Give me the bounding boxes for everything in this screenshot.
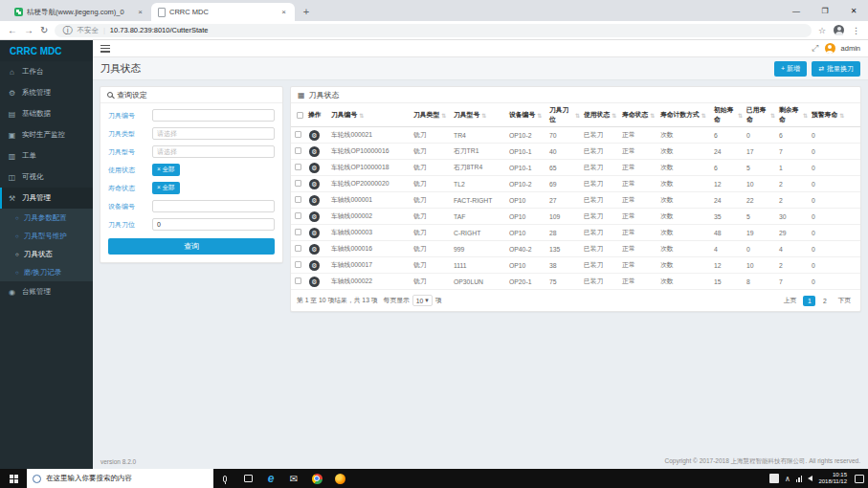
row-actions-gear-button[interactable]: ⚙: [309, 260, 320, 271]
row-checkbox[interactable]: [295, 229, 301, 235]
fullscreen-icon[interactable]: ⤢: [812, 43, 818, 54]
row-checkbox[interactable]: [295, 277, 301, 284]
query-submit-button[interactable]: 查询: [108, 238, 275, 255]
row-checkbox[interactable]: [295, 212, 301, 219]
chrome-icon[interactable]: [305, 469, 328, 488]
row-actions-gear-button[interactable]: ⚙: [309, 179, 320, 189]
row-actions-gear-button[interactable]: ⚙: [309, 277, 320, 287]
ime-indicator-icon[interactable]: [769, 474, 779, 483]
sort-icon[interactable]: ⇅: [575, 112, 580, 119]
sidebar-item-visualization[interactable]: ◫ 可视化: [0, 166, 93, 188]
sort-icon[interactable]: ⇅: [481, 112, 486, 119]
tab-close-icon[interactable]: ×: [136, 8, 145, 16]
sidebar-item-system-mgmt[interactable]: ⚙ 系统管理: [0, 82, 93, 103]
sort-icon[interactable]: ⇅: [839, 112, 844, 119]
column-header[interactable]: 预警寿命⇅: [810, 108, 860, 122]
row-checkbox[interactable]: [295, 196, 301, 203]
browser-tab-jiegeng[interactable]: 桔梗导航(www.jiegeng.com)_0 ×: [8, 3, 151, 21]
mic-icon[interactable]: [213, 469, 236, 488]
submenu-item-cutter-params[interactable]: ○ 刀具参数配置: [0, 209, 93, 227]
back-icon[interactable]: ←: [8, 25, 17, 35]
volume-icon[interactable]: [808, 476, 812, 481]
column-header[interactable]: 刀具编号⇅: [329, 108, 412, 122]
info-icon[interactable]: ⓘ: [62, 24, 72, 37]
add-button[interactable]: + 新增: [774, 61, 807, 77]
tool-no-input[interactable]: [152, 109, 275, 122]
row-actions-gear-button[interactable]: ⚙: [309, 228, 320, 238]
row-checkbox[interactable]: [295, 131, 301, 138]
submenu-item-cutter-state[interactable]: ○ 刀具状态: [0, 245, 93, 263]
start-button[interactable]: [0, 469, 27, 488]
sort-icon[interactable]: ⇅: [701, 112, 706, 119]
new-tab-button[interactable]: +: [299, 4, 314, 19]
reload-icon[interactable]: ↻: [40, 25, 48, 35]
task-view-icon[interactable]: [236, 469, 259, 488]
page-2-button[interactable]: 2: [818, 296, 831, 306]
tab-close-icon[interactable]: ×: [279, 8, 288, 16]
device-no-input[interactable]: [152, 200, 275, 212]
row-checkbox[interactable]: [295, 164, 301, 170]
column-header[interactable]: 设备编号⇅: [507, 108, 547, 122]
firefox-icon[interactable]: [328, 469, 351, 488]
browser-menu-icon[interactable]: ⋮: [852, 26, 860, 35]
sidebar-item-workbench[interactable]: ⌂ 工作台: [0, 61, 93, 82]
batch-change-button[interactable]: ⇄ 批量换刀: [812, 61, 860, 77]
sort-icon[interactable]: ⇅: [537, 112, 542, 119]
sort-icon[interactable]: ⇅: [612, 112, 616, 119]
url-input[interactable]: ⓘ 不安全 | 10.73.80.239:8010/CutterState: [55, 24, 812, 37]
browser-tab-crrc-mdc[interactable]: CRRC MDC ×: [151, 3, 295, 21]
row-checkbox[interactable]: [295, 147, 301, 154]
taskbar-search-input[interactable]: 在这里输入你要搜索的内容: [27, 469, 213, 488]
sidebar-item-basic-data[interactable]: ▤ 基础数据: [0, 103, 93, 124]
per-page-select[interactable]: 10 ▾: [412, 295, 433, 306]
sort-icon[interactable]: ⇅: [650, 112, 655, 119]
taskbar-clock[interactable]: 10:15 2018/11/12: [818, 472, 847, 485]
close-window-button[interactable]: ✕: [839, 0, 868, 21]
column-header[interactable]: 剩余寿命⇅: [777, 103, 810, 126]
row-checkbox[interactable]: [295, 180, 301, 187]
maximize-button[interactable]: ❐: [811, 0, 839, 21]
mail-icon[interactable]: ✉: [282, 469, 305, 488]
sidebar-item-ledger-mgmt[interactable]: ◉ 台账管理: [0, 281, 93, 302]
sort-icon[interactable]: ⇅: [770, 112, 775, 119]
sidebar-item-realtime-monitor[interactable]: ▣ 实时生产监控: [0, 124, 93, 145]
row-actions-gear-button[interactable]: ⚙: [309, 211, 320, 222]
minimize-button[interactable]: —: [782, 0, 811, 21]
action-center-icon[interactable]: [855, 475, 864, 483]
browser-profile-avatar[interactable]: [834, 25, 844, 35]
select-all-checkbox[interactable]: [297, 112, 303, 119]
column-header[interactable]: 刀具刀位⇅: [547, 103, 582, 126]
column-header[interactable]: 寿命状态⇅: [620, 108, 658, 122]
life-state-all-tag[interactable]: × 全部: [152, 182, 180, 194]
row-checkbox[interactable]: [295, 261, 301, 268]
row-actions-gear-button[interactable]: ⚙: [309, 130, 320, 141]
column-header[interactable]: 寿命计数方式⇅: [658, 108, 712, 122]
user-avatar[interactable]: [825, 43, 835, 54]
hamburger-menu-icon[interactable]: [100, 45, 110, 53]
tool-model-select[interactable]: [152, 145, 275, 158]
page-1-button[interactable]: 1: [803, 296, 815, 306]
edge-icon[interactable]: e: [259, 469, 282, 488]
column-header[interactable]: 初始寿命⇅: [712, 103, 745, 126]
username-label[interactable]: admin: [841, 44, 860, 53]
column-header[interactable]: 刀具类型⇅: [412, 108, 452, 122]
column-header[interactable]: 已用寿命⇅: [745, 103, 777, 126]
forward-icon[interactable]: →: [24, 25, 33, 35]
sidebar-item-cutter-mgmt[interactable]: ⚒ 刀具管理: [0, 188, 93, 209]
row-actions-gear-button[interactable]: ⚙: [309, 163, 320, 173]
tray-expand-icon[interactable]: ∧: [785, 475, 790, 483]
use-state-all-tag[interactable]: × 全部: [152, 164, 180, 176]
next-page-button[interactable]: 下页: [834, 294, 855, 307]
tool-pos-input[interactable]: [152, 218, 275, 231]
network-icon[interactable]: [796, 475, 803, 482]
column-header[interactable]: 刀具型号⇅: [452, 108, 507, 122]
bookmark-star-icon[interactable]: ☆: [818, 26, 826, 35]
submenu-item-cutter-model[interactable]: ○ 刀具型号维护: [0, 227, 93, 245]
tool-type-select[interactable]: [152, 127, 275, 140]
row-actions-gear-button[interactable]: ⚙: [309, 244, 320, 255]
sort-icon[interactable]: ⇅: [803, 112, 808, 119]
submenu-item-change-records[interactable]: ○ 磨/换刀记录: [0, 263, 93, 281]
row-checkbox[interactable]: [295, 245, 301, 252]
sidebar-item-work-order[interactable]: ▥ 工单: [0, 145, 93, 166]
sort-icon[interactable]: ⇅: [738, 112, 743, 119]
